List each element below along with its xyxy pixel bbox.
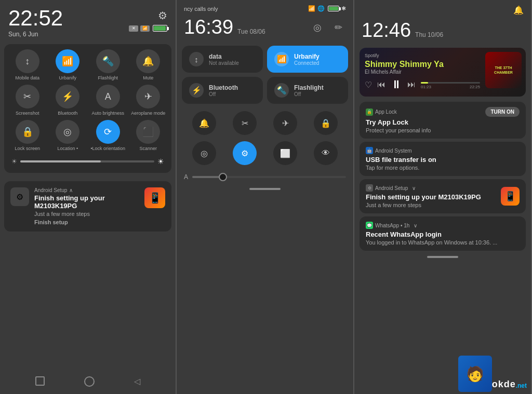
battery-icon [153, 25, 167, 32]
right-date: Thu 10/06 [415, 31, 443, 38]
mid-location-icon[interactable]: ◎ [192, 141, 216, 165]
screenshot-icon: ✂ [16, 85, 39, 108]
tile-urbanify[interactable]: 📶 Urbanify [49, 49, 86, 80]
brightness-slider[interactable] [20, 160, 154, 162]
left-status-bar: 22:52 Sun, 6 Jun ⚙ ✕ 📶 [0, 0, 176, 40]
spotify-controls: ♡ ⏮ ⏸ ⏭ 01:23 22:25 [365, 78, 480, 91]
camera-icon[interactable]: ◎ [310, 20, 325, 35]
urbanify-tile-name: Urbanify [294, 53, 320, 60]
tile-screenshot[interactable]: ✂ Screenshot [9, 85, 46, 116]
right-time: 12:46 [362, 19, 411, 42]
whatsapp-expand-icon: ∨ [414, 223, 417, 228]
mascot: 🧑 [458, 356, 492, 392]
data-tile-info: data Not available [209, 53, 239, 66]
left-bottom-nav: ◁ [0, 369, 176, 394]
applock-header: 🔒 App Lock TURN ON [366, 107, 520, 117]
mid-brightness-row: A [177, 171, 353, 183]
tile-location[interactable]: ◎ Location • [49, 120, 86, 151]
spotify-artist: El Michels Affair [365, 69, 480, 75]
whatsapp-app-label: WhatsApp • 1h [375, 223, 409, 228]
tile-flashlight[interactable]: 🔦 Flashlight [90, 49, 126, 80]
album-art-text: THE 37TH CHAMBER [485, 64, 522, 76]
mid-tile-urbanify[interactable]: 📶 Urbanify Connected [267, 46, 348, 73]
mid-signal-icon: 📶 [308, 5, 315, 12]
applock-turn-on-button[interactable]: TURN ON [485, 107, 520, 117]
mid-eye-icon[interactable]: 👁 [314, 141, 338, 165]
mid-tile-flashlight[interactable]: 🔦 Flashlight Off [267, 77, 348, 104]
usb-app-icon: 🤖 [366, 147, 373, 154]
setup-expand-icon: ∨ [412, 185, 416, 191]
tile-scanner[interactable]: ⬛ Scanner [130, 120, 166, 151]
mid-orientation-icon[interactable]: ⚙ [233, 141, 257, 165]
right-status-bar: 🔔 [354, 0, 531, 17]
setup-app-name-right: ⚙ Android Setup ∨ [366, 184, 416, 192]
mid-lock-icon[interactable]: 🔒 [314, 111, 338, 135]
right-time-row: 12:46 Thu 10/06 [354, 17, 531, 45]
android-setup-notif[interactable]: ⚙ Android Setup ∧ Finish setting up your… [4, 181, 171, 232]
tile-flashlight-label: Flashlight [98, 75, 118, 80]
mid-brightness-slider[interactable] [192, 176, 346, 178]
tile-lock-orientation[interactable]: ⟳ •Lock orientation [90, 120, 126, 151]
spotify-play-btn[interactable]: ⏸ [391, 78, 402, 91]
brightness-control[interactable]: ☀ ☀ [7, 155, 168, 168]
setup-notif-content: Android Setup ∧ Finish setting up your M… [34, 187, 139, 225]
mid-tiles-grid: ↕ data Not available 📶 Urbanify Connecte… [177, 43, 353, 107]
mid-time: 16:39 [184, 16, 233, 38]
spotify-elapsed: 01:23 [421, 85, 431, 89]
status-icons: ✕ 📶 [129, 25, 167, 32]
flashlight-tile-icon: 🔦 [274, 83, 289, 98]
applock-title: Try App Lock [366, 118, 520, 126]
tile-bluetooth[interactable]: ⚡ Bluetooth [49, 85, 86, 116]
spotify-next-btn[interactable]: ⏭ [407, 80, 416, 89]
setup-body-right: Just a few more steps [366, 202, 497, 208]
mid-tile-bluetooth[interactable]: ⚡ Bluetooth Off [182, 77, 263, 104]
right-phone-panel: 🔔 12:46 Thu 10/06 THE 37TH CHAMBER Spoti… [354, 0, 532, 394]
usb-title: USB file transfer is on [366, 156, 520, 164]
gear-icon[interactable]: ⚙ [158, 9, 167, 22]
applock-app-icon: 🔒 [366, 108, 373, 116]
spotify-card[interactable]: THE 37TH CHAMBER Spotify Shimmy Shimmy Y… [360, 48, 526, 97]
mid-expand-icon[interactable]: ⬜ [273, 141, 297, 165]
whatsapp-notif[interactable]: 💬 WhatsApp • 1h ∨ Recent WhatsApp login … [360, 216, 526, 251]
applock-notif[interactable]: 🔒 App Lock TURN ON Try App Lock Protect … [360, 102, 526, 139]
recent-apps-button[interactable] [35, 376, 45, 386]
tile-aeroplane[interactable]: ✈ Aeroplane mode [130, 85, 166, 116]
lock-screen-icon: 🔒 [16, 120, 39, 144]
mid-tile-data[interactable]: ↕ data Not available [182, 46, 263, 73]
mid-time-row: 16:39 Tue 08/06 ◎ ✏ [177, 14, 353, 43]
mid-bell-icon[interactable]: 🔔 [192, 111, 216, 135]
tile-screenshot-label: Screenshot [16, 111, 39, 116]
spotify-heart-btn[interactable]: ♡ [365, 80, 372, 90]
mid-screenshot-icon[interactable]: ✂ [233, 111, 257, 135]
edit-icon[interactable]: ✏ [330, 20, 346, 35]
mid-header-icons: ◎ ✏ [310, 20, 346, 35]
mid-icons-row-2: ◎ ⚙ ⬜ 👁 [177, 139, 353, 167]
spotify-times: 01:23 22:25 [421, 85, 480, 89]
spotify-progress-bar[interactable] [421, 82, 480, 84]
mid-icons-row-1: 🔔 ✂ ✈ 🔒 [177, 109, 353, 137]
tile-lock-screen[interactable]: 🔒 Lock screen [9, 120, 46, 151]
spotify-track-title: Shimmy Shimmy Ya [365, 59, 480, 69]
mid-phone-panel: ncy calls only 📶 🌐 ✱ 16:39 Tue 08/06 ◎ ✏… [177, 0, 354, 394]
spotify-total: 22:25 [470, 85, 480, 89]
mobile-data-icon: ↕ [16, 49, 39, 73]
urbanify-tile-icon: 📶 [274, 52, 289, 66]
spotify-prev-btn[interactable]: ⏮ [377, 80, 385, 89]
mid-airplane-icon[interactable]: ✈ [273, 111, 297, 135]
usb-notif[interactable]: 🤖 Android System USB file transfer is on… [360, 142, 526, 176]
back-button[interactable]: ◁ [134, 376, 140, 387]
auto-brightness-icon: A [96, 85, 120, 108]
urbanify-tile-sub: Connected [294, 60, 320, 66]
home-button[interactable] [84, 376, 95, 387]
setup-notif-right[interactable]: ⚙ Android Setup ∨ Finish setting up your… [360, 179, 526, 213]
tile-mute[interactable]: 🔔 Mute [130, 49, 166, 80]
whatsapp-body: You logged in to WhatsApp on Windows at … [366, 239, 520, 246]
right-status-icons: 🔔 [513, 5, 524, 15]
tile-auto-brightness[interactable]: A Auto brightness [90, 85, 126, 116]
tile-lock-orientation-label: •Lock orientation [90, 146, 125, 151]
quick-tiles: ↕ Mobile data 📶 Urbanify 🔦 Flashlight 🔔 … [4, 44, 171, 173]
applock-app-name: 🔒 App Lock [366, 108, 397, 116]
tile-mobile-data[interactable]: ↕ Mobile data [9, 49, 46, 80]
setup-action[interactable]: Finish setup [34, 219, 139, 225]
tile-mobile-data-label: Mobile data [15, 75, 39, 80]
